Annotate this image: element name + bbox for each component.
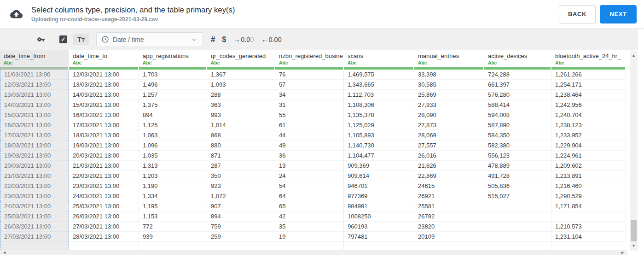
cell[interactable]: 20109 xyxy=(414,232,484,242)
cell[interactable]: 55 xyxy=(275,110,344,120)
cell[interactable]: 576,280 xyxy=(484,90,551,100)
cell[interactable]: 18/03/2021 13:00 xyxy=(69,130,139,141)
cell[interactable]: 11/03/2021 13:00 xyxy=(0,70,69,80)
cell[interactable]: 13/03/2021 13:00 xyxy=(0,90,69,100)
cell[interactable]: 19 xyxy=(275,232,344,242)
cell[interactable] xyxy=(484,201,551,211)
cell[interactable]: 1,242,956 xyxy=(551,100,626,110)
cell[interactable]: 1,213,891 xyxy=(551,171,626,181)
cell[interactable]: 478,889 xyxy=(484,161,551,171)
decimal-decrease-button[interactable]: ←0.00 xyxy=(261,35,282,43)
cell[interactable]: 894 xyxy=(207,211,275,222)
cell[interactable] xyxy=(484,222,551,232)
cell[interactable]: 1,108,306 xyxy=(344,100,414,110)
cell[interactable]: 25/03/2021 13:00 xyxy=(69,201,139,211)
primary-key-icon[interactable] xyxy=(36,35,46,43)
cell[interactable]: 22,869 xyxy=(414,171,484,181)
cell[interactable] xyxy=(207,242,275,250)
cell[interactable]: 42 xyxy=(275,211,344,222)
include-column-checkbox[interactable]: ✓ xyxy=(59,35,67,43)
cell[interactable]: 582,380 xyxy=(484,141,551,151)
cell[interactable]: 15/03/2021 13:00 xyxy=(69,100,139,110)
column-header[interactable]: scansAbc xyxy=(344,50,414,67)
cell[interactable]: 1,257 xyxy=(139,90,207,100)
cell[interactable]: 907 xyxy=(207,201,275,211)
cell[interactable] xyxy=(275,242,344,250)
cell[interactable]: 21,626 xyxy=(414,161,484,171)
cell[interactable]: 1,231,104 xyxy=(551,232,626,242)
cell[interactable]: 505,836 xyxy=(484,181,551,191)
cell[interactable]: 1,343,665 xyxy=(344,80,414,90)
cell[interactable]: 1,469,575 xyxy=(344,70,414,80)
cell[interactable]: 1,125 xyxy=(139,120,207,130)
scroll-left-arrow-icon[interactable]: ◄ xyxy=(2,250,6,255)
cell[interactable] xyxy=(139,242,207,250)
cell[interactable]: 16/03/2021 13:00 xyxy=(69,110,139,120)
cell[interactable]: 1,240,704 xyxy=(551,110,626,120)
cell[interactable]: 1,014 xyxy=(207,120,275,130)
cell[interactable] xyxy=(551,242,626,250)
cell[interactable]: 27,557 xyxy=(414,141,484,151)
decimal-increase-button[interactable]: →0.00 xyxy=(233,35,254,43)
cell[interactable]: 984991 xyxy=(344,201,414,211)
cell[interactable]: 1,105,893 xyxy=(344,130,414,141)
cell[interactable]: 20/03/2021 13:00 xyxy=(69,151,139,161)
cell[interactable]: 12/03/2021 13:00 xyxy=(0,80,69,90)
cell[interactable]: 1,224,961 xyxy=(551,151,626,161)
cell[interactable]: 259 xyxy=(207,232,275,242)
cell[interactable]: 871 xyxy=(207,151,275,161)
cell[interactable]: 1,190 xyxy=(139,181,207,191)
cell[interactable]: 594,008 xyxy=(484,110,551,120)
cell[interactable]: 12/03/2021 13:00 xyxy=(69,70,139,80)
cell[interactable]: 993 xyxy=(207,110,275,120)
cell[interactable]: 19/03/2021 13:00 xyxy=(69,141,139,151)
cell[interactable]: 661,397 xyxy=(484,80,551,90)
cell[interactable]: 17/03/2021 13:00 xyxy=(0,130,69,141)
cell[interactable]: 1,210,573 xyxy=(551,222,626,232)
cell[interactable]: 26,016 xyxy=(414,151,484,161)
cell[interactable]: 27/03/2021 13:00 xyxy=(0,232,69,242)
cell[interactable]: 25/03/2021 13:00 xyxy=(0,211,69,222)
scroll-down-arrow-icon[interactable]: ▼ xyxy=(630,244,638,248)
cell[interactable]: 1,035 xyxy=(139,151,207,161)
cell[interactable]: 491,728 xyxy=(484,171,551,181)
cell[interactable]: 1,125,029 xyxy=(344,120,414,130)
cell[interactable]: 20/03/2021 13:00 xyxy=(0,161,69,171)
cell[interactable]: 23/03/2021 13:00 xyxy=(0,191,69,201)
text-type-button[interactable]: Tt xyxy=(73,34,89,45)
cell[interactable]: 1,313 xyxy=(139,161,207,171)
cell[interactable] xyxy=(484,232,551,242)
cell[interactable]: 868 xyxy=(207,130,275,141)
cell[interactable]: 28,090 xyxy=(414,110,484,120)
cell[interactable]: 1,203 xyxy=(139,171,207,181)
next-button[interactable]: NEXT xyxy=(600,5,637,23)
cell[interactable]: 25581 xyxy=(414,201,484,211)
vertical-scrollbar-thumb[interactable] xyxy=(631,220,637,241)
cell[interactable] xyxy=(484,211,551,222)
cell[interactable]: 288 xyxy=(207,90,275,100)
cell[interactable]: 1,367 xyxy=(207,70,275,80)
cell[interactable]: 588,414 xyxy=(484,100,551,110)
cell[interactable]: 287 xyxy=(207,161,275,171)
cell[interactable] xyxy=(551,211,626,222)
column-header[interactable]: date_time_toAbc xyxy=(69,50,139,67)
cell[interactable]: 64 xyxy=(275,191,344,201)
number-type-button[interactable]: # xyxy=(211,35,215,44)
cell[interactable]: 13/03/2021 13:00 xyxy=(69,80,139,90)
cell[interactable]: 894 xyxy=(139,110,207,120)
cell[interactable]: 1,063 xyxy=(139,130,207,141)
cell[interactable]: 34 xyxy=(275,90,344,100)
cell[interactable]: 1,254,171 xyxy=(551,80,626,90)
cell[interactable]: 1,703 xyxy=(139,70,207,80)
cell[interactable]: 24615 xyxy=(414,181,484,191)
cell[interactable]: 27,933 xyxy=(414,100,484,110)
cell[interactable]: 24/03/2021 13:00 xyxy=(69,191,139,201)
cell[interactable]: 57 xyxy=(275,80,344,90)
cell[interactable]: 33,398 xyxy=(414,70,484,80)
cell[interactable]: 1,209,602 xyxy=(551,161,626,171)
cell[interactable]: 1,233,952 xyxy=(551,130,626,141)
cell[interactable]: 1,496 xyxy=(139,80,207,90)
cell[interactable]: 1,195 xyxy=(139,201,207,211)
scroll-up-arrow-icon[interactable]: ▲ xyxy=(630,53,638,58)
cell[interactable]: 1,238,464 xyxy=(551,90,626,100)
